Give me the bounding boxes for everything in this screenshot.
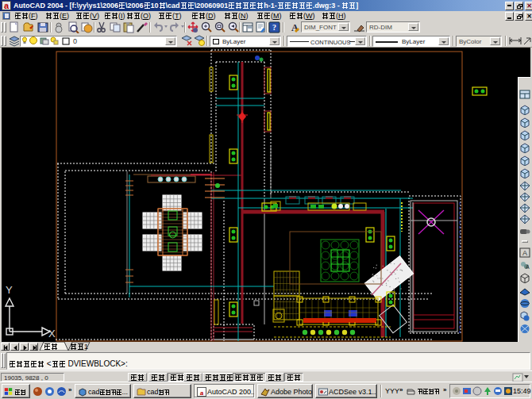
svg-text:a: a	[200, 389, 204, 397]
svg-text:?: ?	[272, 23, 276, 32]
svg-text:A: A	[526, 264, 530, 270]
svg-text:A: A	[522, 249, 527, 257]
svg-text:0: 0	[73, 37, 77, 45]
svg-text:X: X	[48, 328, 56, 340]
svg-text:A: A	[291, 22, 299, 33]
svg-text:Y: Y	[6, 284, 13, 296]
